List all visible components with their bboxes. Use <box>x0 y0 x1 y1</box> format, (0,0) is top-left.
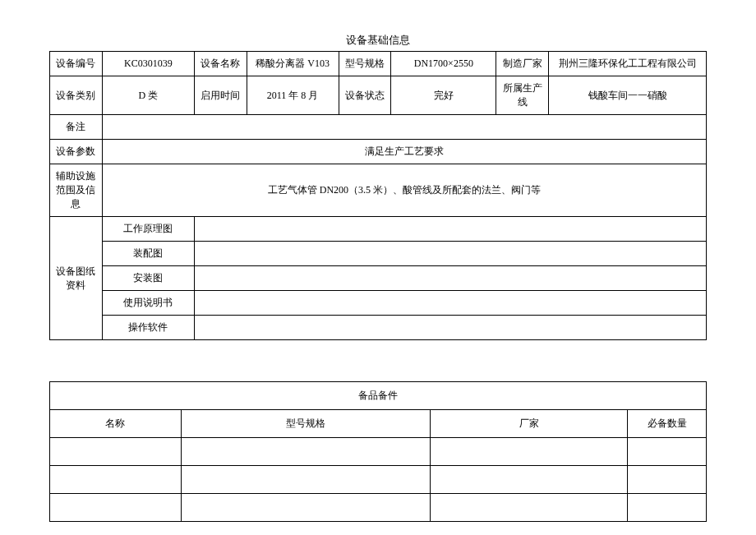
value-line: 钱酸车间一一硝酸 <box>549 76 707 115</box>
table-row: 操作软件 <box>50 316 707 340</box>
value-equipment-id: KC0301039 <box>102 52 194 76</box>
cell-model <box>181 466 431 494</box>
table-row: 设备图纸资料 工作原理图 <box>50 217 707 242</box>
table-row: 备注 <box>50 115 707 140</box>
drawing-value <box>194 266 706 291</box>
value-aux: 工艺气体管 DN200（3.5 米）、酸管线及所配套的法兰、阀门等 <box>102 164 706 217</box>
table-row: 装配图 <box>50 242 707 266</box>
cell-model <box>181 494 431 522</box>
drawing-item: 操作软件 <box>102 316 194 340</box>
table-row <box>50 494 707 522</box>
value-status: 完好 <box>391 76 496 115</box>
label-drawings-group: 设备图纸资料 <box>50 217 103 340</box>
label-param: 设备参数 <box>50 140 103 164</box>
table-row: 使用说明书 <box>50 291 707 316</box>
equipment-basic-info-table: 设备编号 KC0301039 设备名称 稀酸分离器 V103 型号规格 DN17… <box>49 51 707 340</box>
table-row <box>50 438 707 466</box>
label-status: 设备状态 <box>339 76 391 115</box>
cell-maker <box>431 494 628 522</box>
cell-maker <box>431 438 628 466</box>
drawing-value <box>194 242 706 266</box>
table-row: 设备参数 满足生产工艺要求 <box>50 140 707 164</box>
label-maker: 制造厂家 <box>496 52 549 76</box>
value-remark <box>102 115 706 140</box>
table1-title: 设备基础信息 <box>49 33 707 48</box>
spare-parts-table: 备品备件 名称 型号规格 厂家 必备数量 <box>49 381 707 522</box>
label-model: 型号规格 <box>339 52 391 76</box>
header-model: 型号规格 <box>181 410 431 438</box>
header-qty: 必备数量 <box>628 410 707 438</box>
table-row: 设备类别 D 类 启用时间 2011 年 8 月 设备状态 完好 所属生产线 钱… <box>50 76 707 115</box>
cell-name <box>50 438 182 466</box>
header-maker: 厂家 <box>431 410 628 438</box>
value-maker: 荆州三隆环保化工工程有限公司 <box>549 52 707 76</box>
table2-title: 备品备件 <box>50 382 707 410</box>
cell-model <box>181 438 431 466</box>
label-equipment-id: 设备编号 <box>50 52 103 76</box>
table-row: 备品备件 <box>50 382 707 410</box>
cell-qty <box>628 438 707 466</box>
value-equipment-name: 稀酸分离器 V103 <box>247 52 339 76</box>
label-remark: 备注 <box>50 115 103 140</box>
value-model: DN1700×2550 <box>391 52 496 76</box>
cell-name <box>50 466 182 494</box>
drawing-value <box>194 217 706 242</box>
drawing-value <box>194 316 706 340</box>
drawing-item: 装配图 <box>102 242 194 266</box>
table-row: 名称 型号规格 厂家 必备数量 <box>50 410 707 438</box>
value-category: D 类 <box>102 76 194 115</box>
label-aux: 辅助设施范围及信息 <box>50 164 103 217</box>
drawing-item: 工作原理图 <box>102 217 194 242</box>
drawing-value <box>194 291 706 316</box>
label-starttime: 启用时间 <box>194 76 247 115</box>
table-row <box>50 466 707 494</box>
drawing-item: 安装图 <box>102 266 194 291</box>
value-param: 满足生产工艺要求 <box>102 140 706 164</box>
cell-name <box>50 494 182 522</box>
label-line: 所属生产线 <box>496 76 549 115</box>
cell-qty <box>628 466 707 494</box>
header-name: 名称 <box>50 410 182 438</box>
label-equipment-name: 设备名称 <box>194 52 247 76</box>
table-row: 安装图 <box>50 266 707 291</box>
cell-qty <box>628 494 707 522</box>
drawing-item: 使用说明书 <box>102 291 194 316</box>
label-category: 设备类别 <box>50 76 103 115</box>
cell-maker <box>431 466 628 494</box>
table-row: 设备编号 KC0301039 设备名称 稀酸分离器 V103 型号规格 DN17… <box>50 52 707 76</box>
value-starttime: 2011 年 8 月 <box>247 76 339 115</box>
table-row: 辅助设施范围及信息 工艺气体管 DN200（3.5 米）、酸管线及所配套的法兰、… <box>50 164 707 217</box>
